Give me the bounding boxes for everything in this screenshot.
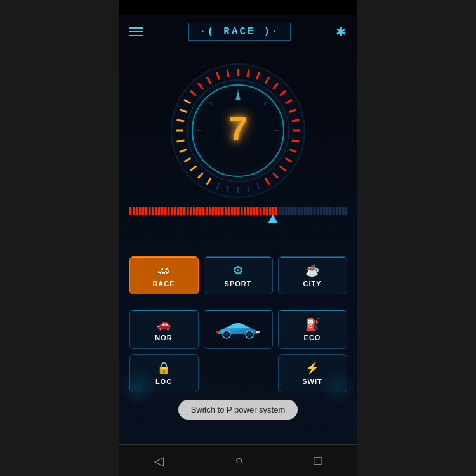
mode-grid-row2: 🚗 NOR: [119, 300, 357, 349]
svg-point-59: [216, 331, 220, 333]
nor-icon: 🚗: [157, 317, 171, 331]
sport-label: SPORT: [225, 280, 252, 288]
svg-line-17: [248, 69, 249, 77]
sport-icon: ⚙: [233, 263, 243, 277]
svg-line-26: [292, 140, 300, 142]
nav-home-button[interactable]: ○: [235, 453, 242, 468]
svg-rect-50: [129, 207, 277, 215]
eco-icon: ⛽: [305, 317, 319, 331]
svg-point-57: [248, 333, 251, 336]
svg-point-58: [256, 331, 260, 333]
lock-label: LOC: [155, 378, 172, 385]
eco-label: ECO: [304, 334, 321, 341]
nav-recent-button[interactable]: □: [314, 453, 321, 468]
phone-frame: ·( RACE )· ✱: [119, 0, 357, 476]
app-header: ·( RACE )· ✱: [119, 15, 357, 48]
nor-label: NOR: [155, 334, 172, 341]
nav-back-button[interactable]: ◁: [154, 453, 164, 468]
svg-line-6: [176, 140, 184, 142]
svg-rect-51: [277, 207, 347, 215]
glow-left: [119, 368, 157, 406]
header-title: ·( RACE )·: [188, 23, 290, 41]
tooltip-banner: Switch to P power system: [178, 400, 298, 420]
progress-area: [119, 207, 357, 227]
mode-btn-race[interactable]: 🏎 RACE: [129, 256, 199, 294]
svg-marker-52: [268, 215, 278, 223]
city-icon: ☕: [305, 263, 319, 277]
glow-right: [319, 368, 357, 406]
svg-line-15: [227, 69, 228, 77]
progress-bar: [129, 207, 347, 215]
race-icon: 🏎: [158, 264, 169, 277]
svg-point-56: [225, 333, 228, 336]
mode-grid-row1: 🏎 RACE ⚙ SPORT ☕ CITY: [119, 246, 357, 294]
mode-btn-nor[interactable]: 🚗 NOR: [129, 310, 199, 349]
mode-btn-eco[interactable]: ⛽ ECO: [278, 310, 347, 349]
main-content: 7: [119, 48, 357, 444]
status-bar: [119, 0, 357, 15]
mode-btn-city[interactable]: ☕ CITY: [278, 256, 347, 294]
lock-icon: 🔒: [157, 361, 171, 375]
speedometer: 7: [168, 61, 308, 201]
nav-bar: ◁ ○ □: [119, 444, 357, 476]
race-label: RACE: [152, 280, 175, 288]
mode-btn-sport[interactable]: ⚙ SPORT: [204, 256, 273, 294]
swit-icon: ⚡: [305, 361, 319, 375]
city-label: CITY: [303, 280, 321, 288]
bluetooth-icon[interactable]: ✱: [336, 24, 347, 39]
menu-icon[interactable]: [129, 27, 143, 36]
car-3d-icon: [213, 317, 263, 342]
svg-line-8: [176, 120, 184, 121]
mode-btn-car-center[interactable]: [204, 310, 273, 349]
svg-line-24: [292, 120, 300, 121]
speed-value: 7: [228, 112, 248, 150]
